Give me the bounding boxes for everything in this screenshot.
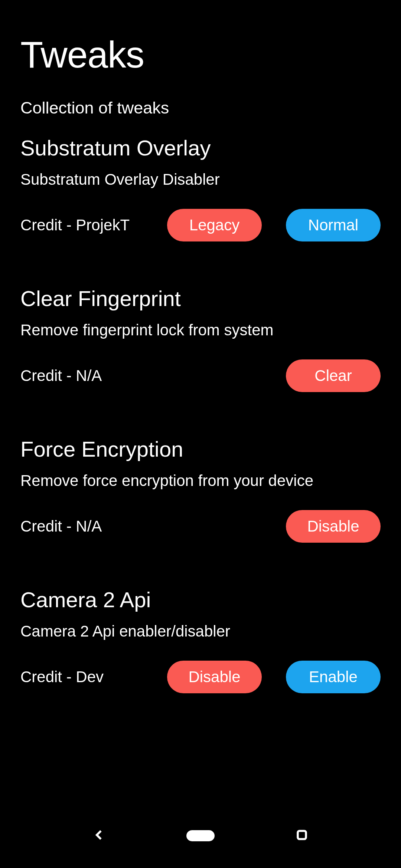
- navigation-bar: [0, 814, 401, 868]
- page-subtitle: Collection of tweaks: [20, 98, 381, 118]
- tweak-description: Remove force encryption from your device: [20, 472, 381, 490]
- button-group: Disable Enable: [167, 661, 381, 693]
- tweak-title: Force Encryption: [20, 437, 381, 461]
- tweak-description: Remove fingerprint lock from system: [20, 321, 381, 339]
- clear-button[interactable]: Clear: [286, 359, 381, 392]
- legacy-button[interactable]: Legacy: [167, 209, 262, 241]
- tweak-description: Camera 2 Api enabler/disabler: [20, 622, 381, 640]
- credit-label: Credit - N/A: [20, 367, 275, 385]
- button-group: Disable: [286, 510, 381, 543]
- credit-label: Credit - ProjekT: [20, 216, 156, 234]
- disable-button[interactable]: Disable: [286, 510, 381, 543]
- tweak-substratum: Substratum Overlay Substratum Overlay Di…: [20, 135, 381, 241]
- tweak-title: Substratum Overlay: [20, 135, 381, 160]
- enable-button[interactable]: Enable: [286, 661, 381, 693]
- tweak-title: Clear Fingerprint: [20, 286, 381, 311]
- normal-button[interactable]: Normal: [286, 209, 381, 241]
- main-content: Tweaks Collection of tweaks Substratum O…: [0, 0, 401, 693]
- tweak-row: Credit - N/A Clear: [20, 359, 381, 392]
- button-group: Clear: [286, 359, 381, 392]
- tweak-row: Credit - N/A Disable: [20, 510, 381, 543]
- svg-rect-0: [298, 831, 306, 839]
- tweak-title: Camera 2 Api: [20, 587, 381, 612]
- tweak-fingerprint: Clear Fingerprint Remove fingerprint loc…: [20, 286, 381, 392]
- tweak-row: Credit - Dev Disable Enable: [20, 661, 381, 693]
- credit-label: Credit - N/A: [20, 517, 275, 535]
- recents-icon[interactable]: [295, 828, 309, 844]
- tweak-camera2: Camera 2 Api Camera 2 Api enabler/disabl…: [20, 587, 381, 693]
- disable-button[interactable]: Disable: [167, 661, 262, 693]
- tweak-row: Credit - ProjekT Legacy Normal: [20, 209, 381, 241]
- tweak-description: Substratum Overlay Disabler: [20, 171, 381, 188]
- back-icon[interactable]: [92, 828, 106, 844]
- tweak-encryption: Force Encryption Remove force encryption…: [20, 437, 381, 543]
- button-group: Legacy Normal: [167, 209, 381, 241]
- credit-label: Credit - Dev: [20, 668, 156, 686]
- home-button[interactable]: [186, 830, 215, 841]
- page-title: Tweaks: [20, 33, 381, 76]
